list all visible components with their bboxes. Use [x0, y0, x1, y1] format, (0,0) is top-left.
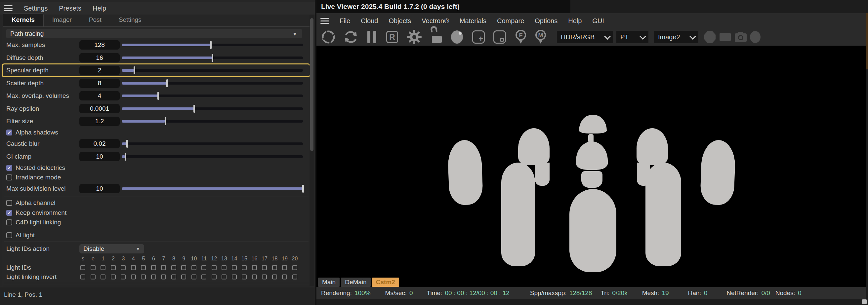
viewer-menu-gui[interactable]: GUI — [592, 17, 604, 25]
viewer-menu-cloud[interactable]: Cloud — [361, 17, 378, 25]
checkbox-light-ids-e[interactable] — [91, 265, 96, 270]
lock-resolution-icon[interactable] — [432, 31, 442, 43]
slider-handle[interactable] — [193, 105, 195, 113]
panel-scrollbar[interactable] — [310, 14, 314, 286]
checkbox-light-linking-invert-4[interactable] — [131, 274, 136, 279]
slider-handle[interactable] — [212, 54, 213, 62]
material-picker-icon[interactable]: M — [534, 29, 548, 45]
param-value-field[interactable]: 8 — [80, 79, 120, 88]
param-value-field[interactable]: 128 — [80, 40, 120, 49]
render-pass-tab-cstm2[interactable]: Cstm2 — [372, 278, 399, 287]
viewer-menu-vectron[interactable]: Vectron® — [422, 17, 449, 25]
slider-handle[interactable] — [165, 117, 166, 125]
checkbox-light-linking-invert-18[interactable] — [272, 274, 277, 279]
light-ids-action-dropdown[interactable]: Disable▼ — [80, 244, 144, 253]
checkbox-light-ids-13[interactable] — [221, 265, 226, 270]
tab-kernels[interactable]: Kernels — [3, 13, 44, 27]
checkbox-alpha-shadows[interactable]: ✓ — [6, 130, 12, 135]
checkbox-light-linking-invert-3[interactable] — [121, 274, 126, 279]
checkbox-light-ids-14[interactable] — [232, 265, 237, 270]
slider-handle[interactable] — [133, 66, 135, 74]
kernel-type-dropdown[interactable]: Path tracing ▼ — [6, 29, 302, 38]
checkbox-light-ids-17[interactable] — [262, 265, 267, 270]
checkbox-light-ids-20[interactable] — [292, 265, 297, 270]
checkbox-light-linking-invert-1[interactable] — [100, 274, 105, 279]
checkbox-light-linking-invert-11[interactable] — [202, 274, 206, 279]
viewer-menu-help[interactable]: Help — [568, 17, 582, 25]
pause-icon[interactable] — [367, 31, 376, 43]
param-value-field[interactable]: 10 — [80, 152, 120, 161]
slider-handle[interactable] — [125, 152, 126, 161]
checkbox-nested-dielectrics[interactable]: ✓ — [6, 165, 12, 171]
checkbox-light-ids-10[interactable] — [191, 265, 196, 270]
checkbox-light-linking-invert-7[interactable] — [161, 274, 166, 279]
checkbox-light-linking-invert-14[interactable] — [232, 274, 237, 279]
sphere-icon[interactable] — [750, 31, 761, 43]
add-picker-icon[interactable]: + — [472, 30, 485, 44]
param-value-field[interactable]: 4 — [80, 91, 120, 100]
checkbox-alpha-channel[interactable] — [6, 200, 12, 206]
viewer-menu-compare[interactable]: Compare — [497, 17, 524, 25]
checkbox-light-linking-invert-10[interactable] — [191, 274, 196, 279]
checkbox-light-ids-9[interactable] — [181, 265, 186, 270]
kernel-mode-dropdown[interactable]: PT — [616, 31, 648, 43]
hamburger-menu-icon[interactable] — [320, 18, 329, 24]
restart-render-icon[interactable]: R — [386, 31, 398, 43]
checkbox-light-ids-12[interactable] — [212, 265, 217, 270]
checkbox-light-linking-invert-s[interactable] — [80, 274, 85, 279]
checkbox-light-linking-invert-e[interactable] — [91, 274, 96, 279]
menu-help[interactable]: Help — [93, 5, 106, 12]
film-rectangle-icon[interactable] — [719, 33, 731, 41]
menu-settings[interactable]: Settings — [24, 5, 48, 12]
octane-logo-icon[interactable] — [321, 30, 336, 44]
viewer-menu-objects[interactable]: Objects — [389, 17, 411, 25]
resize-grip[interactable] — [862, 299, 867, 304]
param-slider[interactable] — [122, 57, 303, 59]
settings-gear-icon[interactable] — [407, 29, 422, 45]
param-slider[interactable] — [122, 188, 303, 190]
checkbox-light-linking-invert-8[interactable] — [171, 274, 176, 279]
checkbox-c4d-light-linking[interactable] — [6, 219, 12, 225]
checkbox-light-ids-3[interactable] — [121, 265, 126, 270]
param-slider[interactable] — [122, 95, 303, 97]
rendered-image[interactable] — [316, 46, 866, 287]
tab-imager[interactable]: Imager — [44, 13, 80, 27]
checkbox-light-ids-15[interactable] — [242, 265, 247, 270]
checkbox-light-linking-invert-15[interactable] — [242, 274, 247, 279]
focus-picker-icon[interactable]: F — [514, 29, 528, 45]
param-slider[interactable] — [122, 155, 303, 158]
param-slider[interactable] — [122, 69, 303, 72]
param-slider[interactable] — [122, 44, 303, 46]
checkbox-light-linking-invert-5[interactable] — [141, 274, 146, 279]
param-slider[interactable] — [122, 107, 303, 110]
live-viewer-title-tab[interactable]: Live Viewer 2025.4 Build 1.7.2 (0 days l… — [316, 0, 570, 13]
checkbox-light-linking-invert-12[interactable] — [212, 274, 217, 279]
checkbox-light-ids-16[interactable] — [252, 265, 257, 270]
slider-handle[interactable] — [157, 92, 159, 100]
param-value-field[interactable]: 2 — [80, 66, 120, 75]
tab-post[interactable]: Post — [80, 13, 110, 27]
render-pass-tab-demain[interactable]: DeMain — [341, 278, 370, 287]
material-ball-icon[interactable] — [451, 30, 463, 44]
checkbox-light-ids-s[interactable] — [80, 265, 85, 270]
image-output-dropdown[interactable]: Image2 — [654, 31, 699, 43]
scrollbar-thumb[interactable] — [310, 18, 313, 151]
param-value-field[interactable]: 0.0001 — [80, 104, 120, 113]
viewer-menu-options[interactable]: Options — [535, 17, 558, 25]
checkbox-light-linking-invert-16[interactable] — [252, 274, 257, 279]
checkbox-light-linking-invert-19[interactable] — [282, 274, 287, 279]
menu-presets[interactable]: Presets — [59, 5, 81, 12]
checkbox-light-ids-8[interactable] — [171, 265, 176, 270]
param-value-field[interactable]: 1.2 — [80, 116, 120, 126]
render-pass-tab-main[interactable]: Main — [318, 278, 340, 287]
checkbox-light-ids-5[interactable] — [141, 265, 146, 270]
checkbox-ai-light[interactable] — [6, 232, 12, 238]
slider-handle[interactable] — [126, 140, 128, 148]
colorspace-dropdown[interactable]: HDR/sRGB — [557, 31, 613, 43]
camera-icon[interactable] — [734, 31, 747, 43]
param-value-field[interactable]: 0.02 — [80, 139, 120, 148]
checkbox-keep-environment[interactable]: ✓ — [6, 210, 12, 216]
param-slider[interactable] — [122, 120, 303, 123]
mesh-octagon-icon[interactable] — [704, 30, 716, 44]
viewer-menu-materials[interactable]: Materials — [460, 17, 487, 25]
